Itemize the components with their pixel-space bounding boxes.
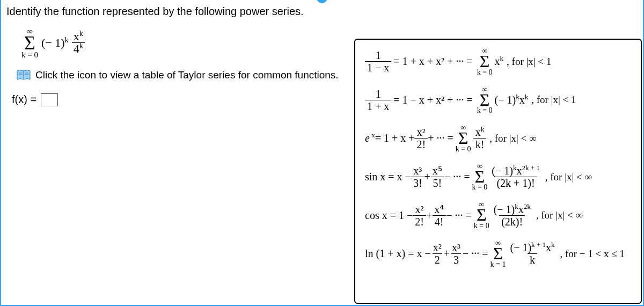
formula-sin: sin x = x − x³3! + x⁵5! − ··· = ∞ Σ k = … [365, 163, 635, 192]
fx-label: f(x) = [12, 93, 36, 106]
taylor-table-link-row: Click the icon to view a table of Taylor… [16, 69, 350, 82]
lhs-fraction: 1 1 − x [365, 50, 391, 73]
sigma: ∞ Σ k = 0 [477, 47, 493, 76]
sum-lower: k = 0 [21, 51, 38, 59]
formula-ln: ln (1 + x) = x − x²2 + x³3 − ··· = ∞ Σ k… [365, 239, 635, 268]
term-coeff: (− 1)k [41, 36, 69, 50]
formula-cos: cos x = 1 − x²2! + x⁴4! − ··· = ∞ Σ k = … [365, 201, 635, 230]
top-tab-indicator [317, 0, 327, 3]
sigma-symbol: Σ [24, 35, 35, 51]
given-series: ∞ Σ k = 0 (− 1)k xk 4k [21, 27, 350, 59]
formula-alt-geometric: 1 1 + x = 1 − x + x² + ··· = ∞ Σ k = 0 (… [365, 86, 635, 115]
formula-exp: e x = 1 + x + x² 2! + ··· = ∞ Σ k = 0 xk… [365, 124, 635, 153]
taylor-table-link[interactable]: Click the icon to view a table of Taylor… [35, 69, 339, 81]
question-prompt: Identify the function represented by the… [6, 5, 350, 18]
book-icon[interactable] [16, 69, 31, 82]
answer-row: f(x) = [12, 93, 350, 106]
formula-geometric: 1 1 − x = 1 + x + x² + ··· = ∞ Σ k = 0 x… [365, 47, 635, 76]
answer-input[interactable] [41, 93, 58, 106]
question-container: Identify the function represented by the… [0, 0, 644, 306]
term-fraction: xk 4k [72, 31, 85, 56]
question-body: Identify the function represented by the… [6, 5, 350, 106]
sigma-block: ∞ Σ k = 0 [21, 27, 38, 59]
taylor-series-popup: 1 1 − x = 1 + x + x² + ··· = ∞ Σ k = 0 x… [354, 39, 642, 304]
